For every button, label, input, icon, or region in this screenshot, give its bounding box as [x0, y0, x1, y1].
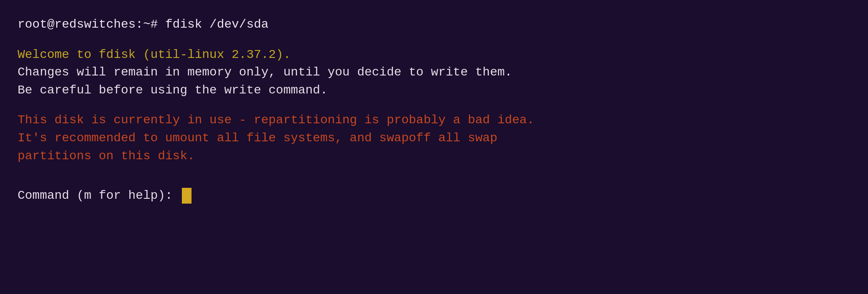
- warning-line-2: It's recommended to umount all file syst…: [18, 129, 850, 147]
- warning-line-1: This disk is currently in use - repartit…: [18, 111, 850, 129]
- info-line-2: Be careful before using the write comman…: [18, 82, 850, 100]
- info-line-1: Changes will remain in memory only, unti…: [18, 64, 850, 82]
- welcome-section: Welcome to fdisk (util-linux 2.37.2). Ch…: [18, 46, 850, 100]
- warning-section: This disk is currently in use - repartit…: [18, 111, 850, 165]
- command-prompt-section[interactable]: Command (m for help):: [18, 187, 850, 205]
- terminal-cursor: [182, 188, 192, 204]
- terminal-window: root@redswitches:~# fdisk /dev/sda Welco…: [18, 16, 850, 205]
- warning-line-3: partitions on this disk.: [18, 147, 850, 165]
- welcome-line-1: Welcome to fdisk (util-linux 2.37.2).: [18, 46, 850, 64]
- command-label: Command (m for help):: [18, 187, 180, 205]
- shell-prompt: root@redswitches:~# fdisk /dev/sda: [18, 16, 850, 34]
